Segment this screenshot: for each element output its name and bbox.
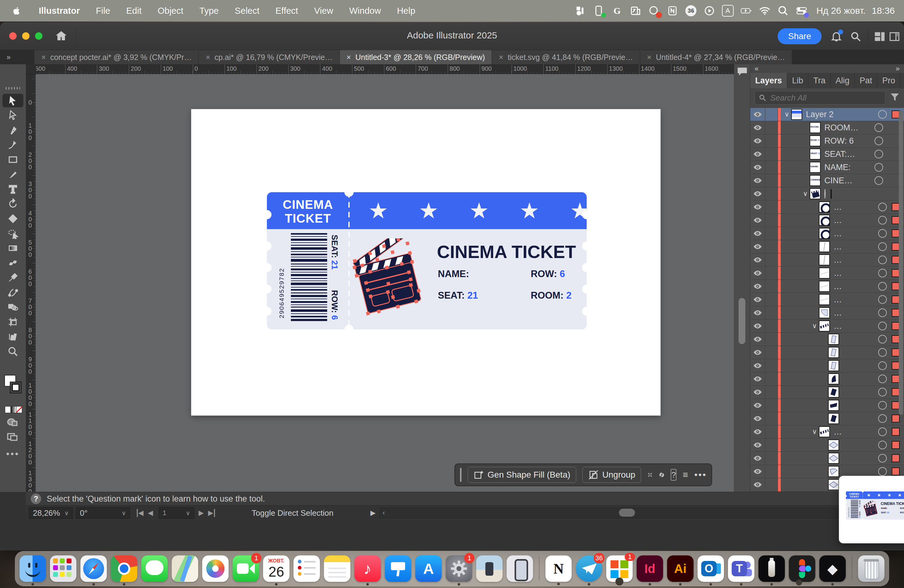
dock-app-store-icon[interactable]: A [416, 555, 442, 582]
layer-visibility-eye-icon[interactable] [750, 468, 765, 474]
floating-preview-window[interactable]: CINEMATICKET ★★★★★ 290649529782 SEAT: 21… [839, 476, 904, 544]
menu-bar-clock[interactable]: Нд 26 жовт. 18:36 [816, 6, 895, 16]
panel-tab-layers[interactable]: Layers [750, 73, 787, 88]
current-tool-status[interactable]: Toggle Direct Selection [252, 508, 333, 518]
ruler-origin-corner[interactable] [26, 64, 36, 74]
horizontal-ruler[interactable]: 5004003002001000100200300400500600700800… [26, 64, 750, 74]
dock-photo-preview-icon[interactable] [476, 555, 503, 582]
panel-collapse-right-icon[interactable]: » [896, 64, 900, 73]
capture-app-icon[interactable] [574, 4, 587, 17]
dock-teams-icon[interactable]: T [728, 555, 755, 582]
curvature-tool[interactable] [2, 138, 24, 152]
menu-edit[interactable]: Edit [118, 6, 149, 16]
layer-lock-column[interactable] [765, 267, 778, 280]
layer-name[interactable]: Layer 2 [806, 110, 878, 119]
layer-lock-column[interactable] [765, 108, 778, 121]
gradient-tool[interactable] [2, 242, 24, 255]
layers-search-input[interactable] [770, 93, 882, 103]
layer-row[interactable]: ∨ … [750, 319, 904, 333]
layer-target-circle[interactable] [878, 110, 887, 119]
workspace-layout-icon[interactable] [874, 31, 885, 43]
panel-toggle-icon[interactable] [889, 31, 900, 43]
menu-select[interactable]: Select [227, 6, 267, 16]
layer-row[interactable] [750, 372, 904, 386]
last-artboard-button[interactable]: ▶ [208, 509, 215, 517]
layer-selection-indicator[interactable] [892, 454, 900, 462]
layer-row[interactable] [750, 386, 904, 399]
wifi-icon[interactable] [758, 4, 771, 17]
layers-search-box[interactable] [755, 91, 885, 104]
layer-lock-column[interactable] [765, 253, 778, 266]
layer-thumbnail[interactable] [828, 373, 839, 384]
layer-thumbnail[interactable] [828, 413, 839, 424]
dock-messages-icon[interactable] [141, 555, 168, 582]
layer-target-circle[interactable] [878, 427, 887, 436]
layer-thumbnail[interactable] [828, 466, 839, 477]
layer-row[interactable]: CINEMA TICKET CINE… [750, 174, 904, 187]
layer-visibility-eye-icon[interactable] [750, 296, 765, 303]
dock-facetime-icon[interactable]: 1 [233, 555, 259, 582]
dock-telegram-icon[interactable]: 36 [576, 555, 602, 582]
clapperboard-illustration[interactable] [352, 238, 429, 319]
layer-target-circle[interactable] [874, 123, 883, 132]
layer-lock-column[interactable] [765, 399, 778, 412]
shaper-tool[interactable] [2, 300, 24, 314]
spotlight-icon[interactable] [776, 4, 790, 17]
layer-row[interactable]: SEAT: 21 SEAT:… [750, 148, 904, 161]
paintbrush-tool[interactable] [2, 168, 24, 181]
comments-panel-icon[interactable] [737, 67, 748, 76]
layer-visibility-eye-icon[interactable] [750, 217, 765, 223]
cinema-ticket-artwork[interactable]: CINEMATICKET ★★★★★ 290649529782 SEAT: 21… [267, 192, 587, 329]
layer-target-circle[interactable] [824, 189, 826, 199]
dock-music-icon[interactable]: ♪ [354, 555, 381, 582]
layer-row[interactable]: ∨ … [750, 425, 904, 439]
toolbar-more-options[interactable]: ••• [6, 449, 20, 459]
layer-name[interactable]: … [834, 282, 878, 291]
next-artboard-button[interactable]: ▶ [199, 509, 204, 517]
grammarly-icon[interactable]: G [610, 4, 624, 17]
lasso-tool[interactable] [2, 227, 24, 240]
layer-visibility-eye-icon[interactable] [750, 257, 765, 263]
layer-thumbnail[interactable]: CINEMA TICKET [809, 175, 821, 186]
layer-lock-column[interactable] [765, 187, 778, 200]
layer-name[interactable]: … [834, 242, 878, 251]
layer-row[interactable]: … [750, 227, 904, 240]
type-tool[interactable] [2, 182, 24, 196]
layer-thumbnail[interactable] [819, 426, 830, 437]
phone-check-icon[interactable] [592, 4, 605, 17]
gen-shape-fill-button[interactable]: Gen Shape Fill (Beta) [468, 467, 576, 483]
rectangle-tool[interactable] [2, 153, 24, 166]
layer-row[interactable] [750, 412, 904, 425]
layer-thumbnail[interactable] [809, 188, 821, 199]
layer-selection-indicator[interactable] [892, 414, 900, 422]
timer-badge-icon[interactable]: 36 [684, 4, 698, 17]
dock-chrome-icon[interactable] [111, 555, 137, 582]
layer-name[interactable]: SEAT:… [824, 149, 874, 159]
layer-lock-column[interactable] [765, 452, 778, 465]
layer-name[interactable]: … [834, 427, 878, 437]
layer-visibility-eye-icon[interactable] [750, 243, 765, 250]
layer-visibility-eye-icon[interactable] [750, 191, 765, 197]
artboard-tool[interactable] [2, 315, 24, 329]
layer-row[interactable]: … [750, 240, 904, 253]
dock-figma-icon[interactable] [789, 555, 815, 582]
menu-type[interactable]: Type [191, 6, 227, 16]
close-tab-icon[interactable]: × [499, 52, 503, 62]
layer-row[interactable]: ROW: 6 ROW: 6 [750, 134, 904, 148]
panel-tab-lib[interactable]: Lib [787, 73, 808, 88]
layer-visibility-eye-icon[interactable] [750, 164, 765, 171]
layer-lock-column[interactable] [765, 333, 778, 346]
play-circle-icon[interactable] [703, 4, 716, 17]
layer-name[interactable]: ROOM… [824, 123, 874, 133]
layer-visibility-eye-icon[interactable] [750, 455, 765, 461]
scroll-left-arrow[interactable]: ‹ [382, 509, 385, 517]
menu-illustrator[interactable]: Illustrator [31, 6, 88, 16]
layer-target-circle[interactable] [878, 269, 887, 277]
pen-tool[interactable] [2, 123, 24, 137]
layer-target-circle[interactable] [878, 322, 887, 330]
dock-keynote-icon[interactable] [385, 555, 411, 582]
dock-microsoft-365-icon[interactable]: 1 [606, 555, 633, 582]
layer-target-circle[interactable] [878, 308, 887, 317]
layer-lock-column[interactable] [765, 346, 778, 359]
horizontal-scroll-thumb[interactable] [619, 509, 635, 517]
